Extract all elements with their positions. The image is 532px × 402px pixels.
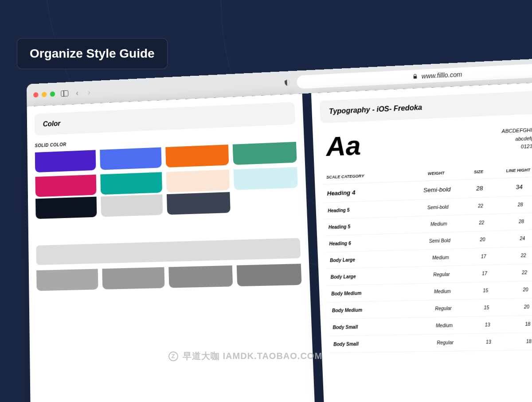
glyph-upper: ABCDEFGHIJKLMNOPQURSTUVWXYZ [501,124,532,136]
scale-value: Regular [415,334,476,352]
swatch[interactable] [165,144,229,168]
scale-value: 18 [501,332,532,351]
scale-value: Semi Bold [409,231,470,250]
swatch[interactable] [233,167,298,190]
gray-scale-header [36,238,301,265]
swatch[interactable] [166,170,230,193]
scale-value: 18 [500,315,532,333]
scale-value: 20 [498,281,532,299]
scale-value: 22 [469,214,495,232]
scale-value: 17 [470,248,497,265]
scale-value: 20 [499,298,532,316]
scale-value: 15 [472,282,499,300]
scale-value: 17 [471,265,498,282]
swatch[interactable] [35,175,96,197]
swatch[interactable] [35,150,96,172]
sidebar-toggle-icon[interactable] [61,90,68,97]
scale-value: 13 [474,316,501,334]
typeface-sample: Aa [325,130,361,163]
scale-value: 22 [497,263,532,281]
th-weight: WEIGHT [406,165,466,182]
privacy-shield-icon[interactable] [283,79,291,86]
scale-name: Body Medium [328,301,414,319]
typography-title: Typography - iOS- Fredoka [320,88,532,123]
gray-row [36,264,301,291]
scale-value: 13 [475,333,502,351]
lock-icon [412,74,418,79]
scale-value: 15 [473,299,500,316]
scale-value: Medium [409,215,469,233]
scale-value: Regular [413,299,474,317]
th-line: LINE HIGHT [491,162,532,178]
glyph-set: ABCDEFGHIJKLMNOPQURSTUVWXYZ abcdefghijkl… [501,124,532,152]
traffic-lights [33,91,55,98]
scale-name: Body Large [326,250,411,269]
color-title: Color [35,102,296,136]
back-button[interactable]: ‹ [74,88,80,98]
scale-value: 28 [494,212,532,231]
scale-value: 24 [495,229,532,248]
watermark-text: 早道大咖 IAMDK.TAOBAO.COM [183,350,322,362]
scale-name: Body Small [329,317,415,336]
th-size: SIZE [466,164,492,180]
scale-name: Body Small [329,335,415,353]
scale-value: 28 [466,179,493,198]
scale-name: Heading 5 [325,217,410,236]
swatch[interactable] [102,267,165,289]
scale-name: Body Medium [327,284,413,302]
page-badge: Organize Style Guide [17,38,168,69]
swatch[interactable] [168,265,232,288]
forward-button: › [86,88,92,97]
scale-value: 28 [493,195,532,214]
scale-value: 22 [496,246,532,265]
swatch[interactable] [232,142,297,165]
maximize-icon[interactable] [50,91,55,97]
close-icon[interactable] [33,92,38,98]
scale-value: 34 [492,177,532,197]
scale-value: 20 [469,231,496,249]
swatch[interactable] [100,147,162,170]
scale-value: Medium [412,282,473,301]
scale-value: Semi-bold [408,198,469,217]
scale-value: 22 [467,197,494,215]
swatch[interactable] [167,192,230,215]
scale-value: Medium [410,248,471,267]
swatch[interactable] [236,264,301,286]
swatch[interactable] [36,269,98,291]
minimize-icon[interactable] [42,92,47,97]
swatch[interactable] [100,172,162,195]
scale-name: Body Large [327,267,412,285]
type-scale-table: SCALE CATEGORY WEIGHT SIZE LINE HIGHT CH… [322,160,532,353]
swatch[interactable] [35,197,97,219]
watermark: Z 早道大咖 IAMDK.TAOBAO.COM [168,350,322,362]
swatch[interactable] [101,195,163,217]
scale-value: Semi-bold [407,180,468,200]
scale-value: Regular [411,265,472,284]
scale-name: Heading 4 [323,182,408,203]
typography-pane: Typography - iOS- Fredoka Aa ABCDEFGHIJK… [311,79,532,402]
scale-name: Heading 6 [325,233,411,252]
url-text: www.filllo.com [421,70,462,80]
watermark-icon: Z [168,351,178,361]
scale-name: Heading 5 [324,200,408,219]
scale-value: Medium [414,316,475,335]
